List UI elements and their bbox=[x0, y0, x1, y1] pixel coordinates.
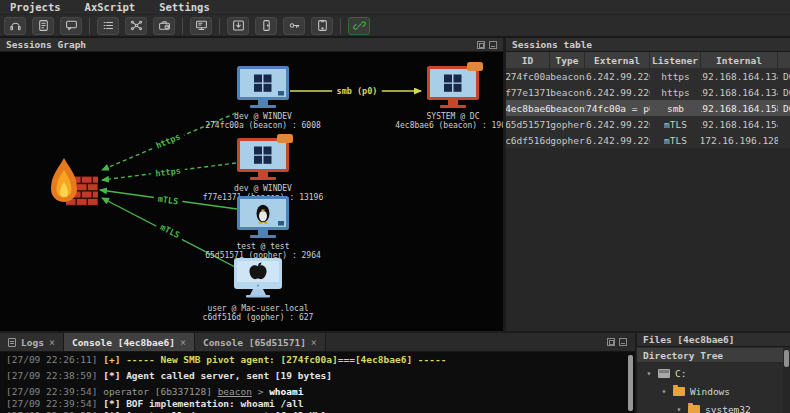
directory-tree-header: Directory Tree bbox=[637, 348, 790, 363]
chat-button[interactable] bbox=[60, 17, 82, 35]
audio-icon bbox=[9, 19, 22, 32]
column-header[interactable]: ID bbox=[506, 52, 550, 68]
tunnels-button[interactable] bbox=[255, 17, 277, 35]
menu-axscript[interactable]: AxScript bbox=[85, 1, 136, 13]
tree-item-c[interactable]: ▾C: bbox=[637, 364, 783, 382]
chat-icon bbox=[65, 19, 78, 32]
session-cell: https bbox=[650, 84, 701, 100]
toolbar-separator bbox=[340, 18, 341, 34]
session-cell: beacon bbox=[550, 84, 585, 100]
column-header[interactable]: Listener bbox=[650, 52, 701, 68]
session-cell: 46.242.99.226 bbox=[585, 116, 650, 132]
tab-logs[interactable]: Logs× bbox=[0, 333, 64, 351]
menubar: Projects AxScript Settings bbox=[0, 0, 790, 15]
connect-button[interactable] bbox=[348, 17, 370, 35]
session-cell: 274fc00a bbox=[506, 68, 550, 84]
column-header[interactable] bbox=[778, 52, 790, 68]
connect-icon bbox=[353, 19, 366, 32]
jobs-button[interactable] bbox=[153, 17, 175, 35]
session-row[interactable]: f77e1371beacon46.242.99.226https192.168.… bbox=[506, 84, 790, 100]
session-cell: 46.242.99.226 bbox=[585, 84, 650, 100]
minimize-icon[interactable] bbox=[619, 338, 627, 346]
node-label-host: test @ test bbox=[237, 242, 290, 251]
toolbar bbox=[0, 15, 790, 38]
notes-icon bbox=[37, 19, 50, 32]
session-node-c6df516d[interactable]: user @ Mac-user.localc6df516d (gopher) :… bbox=[203, 258, 314, 322]
caret-icon[interactable]: ▾ bbox=[675, 405, 683, 413]
tab-console-65d51571-[interactable]: Console [65d51571]× bbox=[195, 333, 326, 351]
column-header[interactable]: External bbox=[585, 52, 650, 68]
column-header[interactable]: Internal bbox=[701, 52, 778, 68]
sessions-graph-canvas[interactable]: smb (p0)httpshttpsmTLSmTLSdev @ WINDEV27… bbox=[0, 52, 503, 331]
popout-icon[interactable] bbox=[477, 41, 485, 49]
svg-text:mTLS: mTLS bbox=[157, 194, 179, 207]
session-row[interactable]: c6df516dgopher46.242.99.226mTLS172.16.19… bbox=[506, 132, 790, 148]
sessions-graph-button[interactable] bbox=[125, 17, 147, 35]
tree-item-windows[interactable]: ▾Windows bbox=[637, 382, 783, 400]
node-label-host: user @ Mac-user.local bbox=[207, 304, 308, 313]
tree-scrollbar-thumb[interactable] bbox=[784, 350, 789, 367]
session-cell: https bbox=[650, 68, 701, 84]
session-node-65d51571[interactable]: test @ test65d51571 (gopher) : 2964 bbox=[205, 196, 321, 260]
edge-label: https bbox=[150, 164, 185, 179]
session-node-f77e1371[interactable]: dev @ WINDEVf77e1371 (beacon) : 13196 bbox=[203, 134, 324, 202]
session-cell: 274fc00a = p0 bbox=[585, 100, 650, 116]
edge-label: mTLS bbox=[155, 219, 186, 242]
minimize-icon[interactable] bbox=[489, 41, 497, 49]
menu-projects[interactable]: Projects bbox=[10, 1, 61, 13]
column-header[interactable]: Type bbox=[550, 52, 585, 68]
session-cell: DO bbox=[778, 84, 790, 100]
console-line: [27/09 22:26:11] [+] ----- New SMB pivot… bbox=[6, 354, 622, 366]
tab-label: Console [4ec8bae6] bbox=[72, 337, 175, 348]
console-output[interactable]: [27/09 22:26:11] [+] ----- New SMB pivot… bbox=[6, 354, 622, 413]
tunnels-icon bbox=[260, 19, 273, 32]
session-node-274fc00a[interactable]: dev @ WINDEV274fc00a (beacon) : 6008 bbox=[205, 66, 321, 130]
audio-button[interactable] bbox=[4, 17, 26, 35]
session-cell: mTLS bbox=[650, 132, 701, 148]
session-cell: smb bbox=[650, 100, 701, 116]
tab-console-4ec8bae6-[interactable]: Console [4ec8bae6]× bbox=[64, 333, 195, 351]
console-scrollbar[interactable] bbox=[628, 355, 633, 411]
session-cell: DO bbox=[778, 68, 790, 84]
tab-label: Logs bbox=[21, 337, 44, 348]
session-row[interactable]: 65d51571gopher46.242.99.226mTLS192.168.1… bbox=[506, 116, 790, 132]
console-tabbar: Logs×Console [4ec8bae6]×Console [65d5157… bbox=[0, 333, 635, 352]
session-row[interactable]: 274fc00abeacon46.242.99.226https192.168.… bbox=[506, 68, 790, 84]
session-row[interactable]: 4ec8bae6beacon274fc00a = p0smb192.168.16… bbox=[506, 100, 790, 116]
sessions-table-header: IDTypeExternalListenerInternal bbox=[506, 52, 790, 68]
downloads-icon bbox=[232, 19, 245, 32]
session-node-4ec8bae6[interactable]: SYSTEM @ DC4ec8bae6 (beacon) : 1904 bbox=[395, 62, 503, 130]
close-icon[interactable]: × bbox=[311, 337, 317, 348]
directory-tree: ▾C:▾Windows▾system32 bbox=[637, 364, 783, 413]
popout-icon[interactable] bbox=[607, 338, 615, 346]
sessions-table-title: Sessions table bbox=[512, 39, 592, 50]
tree-item-system32[interactable]: ▾system32 bbox=[637, 400, 783, 413]
caret-icon[interactable]: ▾ bbox=[645, 369, 653, 378]
jobs-icon bbox=[158, 19, 171, 32]
files-titlebar: Files [4ec8bae6] bbox=[637, 333, 790, 347]
menu-settings[interactable]: Settings bbox=[159, 1, 210, 13]
toolbar-separator bbox=[89, 18, 90, 34]
console-line: [27/09 22:38:59] [*] Agent called server… bbox=[6, 370, 622, 382]
console-panel: Logs×Console [4ec8bae6]×Console [65d5157… bbox=[0, 333, 635, 413]
edge-label: smb (p0) bbox=[332, 85, 382, 96]
logs-icon bbox=[8, 338, 16, 347]
downloads-button[interactable] bbox=[227, 17, 249, 35]
sessions-table-titlebar: Sessions table bbox=[506, 38, 790, 52]
close-icon[interactable]: × bbox=[180, 337, 186, 348]
session-cell bbox=[778, 116, 790, 132]
session-cell: gopher bbox=[550, 132, 585, 148]
node-label-agent: c6df516d (gopher) : 627 bbox=[203, 313, 314, 322]
edge-label: https bbox=[150, 129, 186, 152]
caret-icon[interactable]: ▾ bbox=[660, 387, 668, 396]
screens-button[interactable] bbox=[311, 17, 333, 35]
sessions-table-button[interactable] bbox=[97, 17, 119, 35]
notes-button[interactable] bbox=[32, 17, 54, 35]
targets-button[interactable] bbox=[190, 17, 212, 35]
sessions-table-icon bbox=[102, 19, 115, 32]
node-label-host: dev @ WINDEV bbox=[234, 184, 292, 193]
credentials-button[interactable] bbox=[283, 17, 305, 35]
node-label-host: dev @ WINDEV bbox=[234, 112, 292, 121]
drive-icon bbox=[658, 369, 670, 378]
close-icon[interactable]: × bbox=[49, 337, 55, 348]
